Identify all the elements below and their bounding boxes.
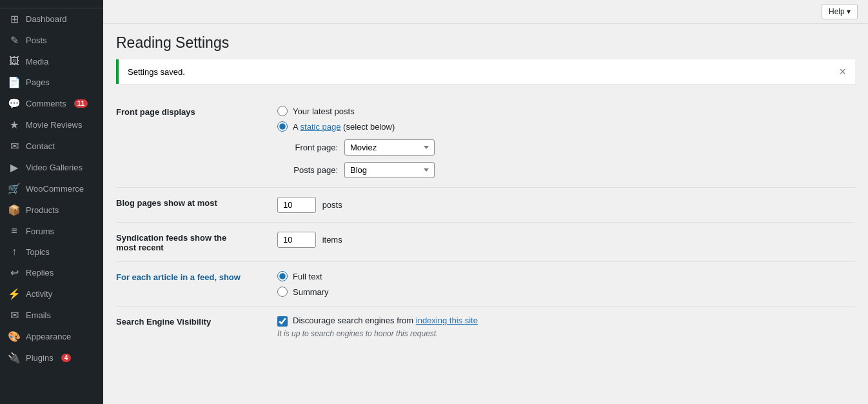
media-icon: 🖼 — [8, 56, 21, 67]
sidebar-item-plugins[interactable]: 🔌 Plugins 4 — [0, 347, 103, 369]
movie-reviews-icon: ★ — [8, 119, 21, 131]
sidebar-label-video-galleries: Video Galleries — [26, 163, 83, 172]
sidebar-label-pages: Pages — [26, 77, 50, 87]
radio-summary: Summary — [277, 287, 855, 297]
indexing-link[interactable]: indexing this site — [416, 316, 478, 325]
help-button[interactable]: Help ▾ — [822, 4, 858, 19]
sidebar-item-movie-reviews[interactable]: ★ Movie Reviews — [0, 114, 103, 136]
sidebar-label-movie-reviews: Movie Reviews — [26, 120, 82, 130]
comments-icon: 💬 — [8, 97, 21, 110]
radio-full-text-input[interactable] — [277, 271, 288, 281]
blog-pages-control: posts — [277, 197, 855, 213]
sidebar: ⊞ Dashboard ✎ Posts 🖼 Media 📄 Pages 💬 Co… — [0, 0, 103, 404]
appearance-icon: 🎨 — [8, 330, 21, 343]
discourage-engines-label[interactable]: Discourage search engines from indexing … — [293, 316, 478, 325]
sidebar-label-dashboard: Dashboard — [26, 14, 67, 24]
syndication-input[interactable] — [277, 232, 316, 248]
sidebar-label-plugins: Plugins — [26, 353, 54, 363]
syndication-control: items — [277, 232, 855, 248]
video-galleries-icon: ▶ — [8, 161, 21, 174]
blog-pages-suffix: posts — [322, 200, 342, 210]
sidebar-label-activity: Activity — [26, 289, 52, 299]
content-area: Reading Settings Settings saved. × Front… — [103, 24, 868, 404]
radio-latest-posts: Your latest posts — [277, 106, 855, 116]
discourage-engines-checkbox[interactable] — [277, 316, 288, 327]
radio-static-page-input[interactable] — [277, 121, 288, 132]
static-page-suffix: (select below) — [343, 122, 395, 132]
posts-page-select[interactable]: BlogNewsArticles — [344, 162, 435, 178]
contact-icon: ✉ — [8, 140, 21, 152]
sidebar-item-appearance[interactable]: 🎨 Appearance — [0, 326, 103, 347]
search-visibility-hint: It is up to search engines to honor this… — [277, 329, 855, 338]
sidebar-item-video-galleries[interactable]: ▶ Video Galleries — [0, 157, 103, 178]
sidebar-item-posts[interactable]: ✎ Posts — [0, 30, 103, 51]
plugins-icon: 🔌 — [8, 352, 21, 364]
front-page-control: Your latest posts A static page (select … — [277, 106, 855, 178]
sidebar-label-products: Products — [26, 205, 59, 215]
search-visibility-row: Search Engine Visibility Discourage sear… — [116, 307, 855, 347]
sidebar-item-activity[interactable]: ⚡ Activity — [0, 283, 103, 305]
sidebar-item-contact[interactable]: ✉ Contact — [0, 136, 103, 157]
front-page-select[interactable]: MoviezHomeAboutBlog — [344, 139, 435, 156]
radio-full-text: Full text — [277, 271, 855, 281]
blog-pages-input[interactable] — [277, 197, 316, 213]
posts-page-field-label: Posts page: — [280, 165, 338, 175]
topics-icon: ↑ — [8, 246, 21, 258]
pages-icon: 📄 — [8, 76, 21, 88]
sidebar-label-comments: Comments — [26, 99, 66, 108]
sidebar-item-woocommerce[interactable]: 🛒 WooCommerce — [0, 178, 103, 199]
radio-latest-posts-input[interactable] — [277, 106, 288, 116]
sidebar-label-forums: Forums — [26, 227, 54, 236]
sidebar-label-replies: Replies — [26, 268, 54, 278]
sidebar-item-forums[interactable]: ≡ Forums — [0, 221, 103, 241]
feed-show-control: Full text Summary — [277, 271, 855, 297]
sidebar-label-appearance: Appearance — [26, 332, 71, 341]
sidebar-item-dashboard[interactable]: ⊞ Dashboard — [0, 8, 103, 30]
radio-static-page-label[interactable]: A static page (select below) — [293, 122, 395, 132]
radio-full-text-label[interactable]: Full text — [293, 272, 322, 281]
sidebar-label-posts: Posts — [26, 35, 47, 45]
products-icon: 📦 — [8, 204, 21, 216]
sidebar-item-products[interactable]: 📦 Products — [0, 199, 103, 221]
radio-summary-input[interactable] — [277, 287, 288, 297]
emails-icon: ✉ — [8, 309, 21, 321]
page-title: Reading Settings — [116, 34, 855, 52]
front-page-radio-group: Your latest posts A static page (select … — [277, 106, 855, 132]
sidebar-label-topics: Topics — [26, 247, 50, 257]
sidebar-item-media[interactable]: 🖼 Media — [0, 51, 103, 72]
sidebar-nav: ⊞ Dashboard ✎ Posts 🖼 Media 📄 Pages 💬 Co… — [0, 8, 103, 369]
badge-plugins: 4 — [61, 354, 72, 362]
replies-icon: ↩ — [8, 267, 21, 279]
posts-page-field-row: Posts page: BlogNewsArticles — [280, 162, 855, 178]
settings-table: Front page displays Your latest posts A … — [116, 97, 855, 347]
sidebar-item-comments[interactable]: 💬 Comments 11 — [0, 93, 103, 114]
front-page-label: Front page displays — [116, 106, 277, 117]
sidebar-label-woocommerce: WooCommerce — [26, 184, 84, 194]
front-page-field-row: Front page: MoviezHomeAboutBlog — [280, 139, 855, 156]
success-notice: Settings saved. × — [116, 59, 855, 84]
front-page-field-label: Front page: — [280, 143, 338, 152]
notice-dismiss-button[interactable]: × — [839, 66, 846, 77]
top-bar: Help ▾ — [103, 0, 868, 24]
sidebar-item-pages[interactable]: 📄 Pages — [0, 72, 103, 93]
activity-icon: ⚡ — [8, 288, 21, 300]
syndication-suffix: items — [322, 235, 342, 245]
blog-pages-label: Blog pages show at most — [116, 197, 277, 208]
sidebar-item-replies[interactable]: ↩ Replies — [0, 262, 103, 283]
sidebar-header — [0, 0, 103, 8]
radio-latest-posts-label[interactable]: Your latest posts — [293, 106, 355, 116]
sidebar-label-emails: Emails — [26, 310, 51, 320]
sidebar-label-media: Media — [26, 57, 48, 66]
radio-summary-label[interactable]: Summary — [293, 287, 329, 297]
main-content: Help ▾ Reading Settings Settings saved. … — [103, 0, 868, 404]
syndication-label: Syndication feeds show the most recent — [116, 232, 277, 252]
sidebar-label-contact: Contact — [26, 141, 55, 151]
static-page-link[interactable]: static page — [301, 122, 341, 132]
sidebar-item-topics[interactable]: ↑ Topics — [0, 241, 103, 262]
sidebar-item-emails[interactable]: ✉ Emails — [0, 305, 103, 326]
woocommerce-icon: 🛒 — [8, 183, 21, 195]
syndication-row: Syndication feeds show the most recent i… — [116, 223, 855, 262]
blog-pages-row: Blog pages show at most posts — [116, 188, 855, 223]
posts-icon: ✎ — [8, 34, 21, 46]
feed-show-label: For each article in a feed, show — [116, 271, 277, 282]
